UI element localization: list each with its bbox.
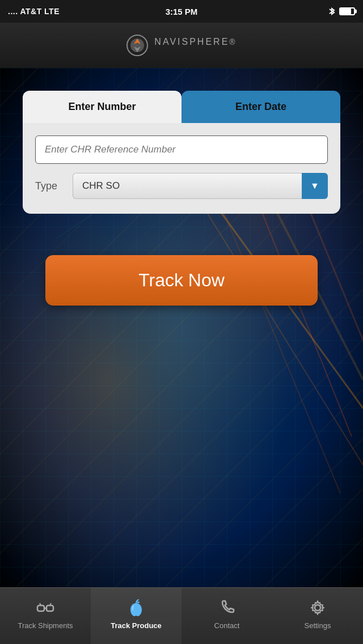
- apple-icon: [126, 598, 146, 618]
- phone-icon: [217, 598, 237, 618]
- tab-bar-item-track-produce[interactable]: Track Produce: [91, 588, 182, 644]
- tab-body: Type CHR SO: [23, 123, 340, 214]
- status-bar: .... AT&T LTE 3:15 PM: [0, 0, 363, 23]
- type-select-arrow-button[interactable]: [302, 173, 328, 199]
- tab-bar-item-track-shipments[interactable]: Track Shipments: [0, 588, 91, 644]
- tab-enter-number[interactable]: Enter Number: [23, 91, 182, 123]
- svg-rect-13: [47, 605, 53, 611]
- reference-number-input[interactable]: [35, 135, 328, 164]
- track-now-button[interactable]: Track Now: [45, 255, 318, 306]
- tab-bar-label-contact: Contact: [214, 621, 240, 630]
- binoculars-icon: [35, 598, 56, 618]
- svg-point-17: [315, 605, 320, 611]
- svg-rect-12: [37, 605, 44, 611]
- type-select-wrapper[interactable]: CHR SO: [73, 173, 328, 199]
- logo-text-container: NAVISPHERE®: [154, 37, 237, 54]
- type-select-display: CHR SO: [73, 173, 302, 199]
- carrier-text: .... AT&T LTE: [8, 7, 60, 16]
- bottom-tab-bar: Track Shipments Track Produce Contact Se…: [0, 587, 363, 644]
- tab-bar-item-contact[interactable]: Contact: [182, 588, 272, 644]
- type-row: Type CHR SO: [35, 173, 328, 199]
- settings-gear-icon: [307, 598, 328, 618]
- tab-bar-item-settings[interactable]: Settings: [272, 588, 363, 644]
- bluetooth-icon: [328, 6, 336, 16]
- logo: NAVISPHERE®: [126, 34, 237, 57]
- type-label: Type: [35, 180, 64, 192]
- tab-bar-label-track-shipments: Track Shipments: [18, 621, 73, 630]
- navisphere-logo-icon: [126, 34, 149, 57]
- tab-bar-label-settings: Settings: [305, 621, 331, 630]
- tab-panel: Enter Number Enter Date Type CHR SO: [23, 91, 340, 214]
- tab-enter-date[interactable]: Enter Date: [182, 91, 340, 123]
- tabs-header: Enter Number Enter Date: [23, 91, 340, 123]
- tab-bar-label-track-produce: Track Produce: [111, 621, 162, 630]
- battery-icon: [339, 7, 355, 15]
- app-header: NAVISPHERE®: [0, 23, 363, 68]
- status-icons: [328, 6, 355, 16]
- logo-text: NAVISPHERE®: [154, 37, 237, 54]
- time-text: 3:15 PM: [166, 7, 198, 16]
- main-content: Enter Number Enter Date Type CHR SO Trac…: [0, 68, 363, 587]
